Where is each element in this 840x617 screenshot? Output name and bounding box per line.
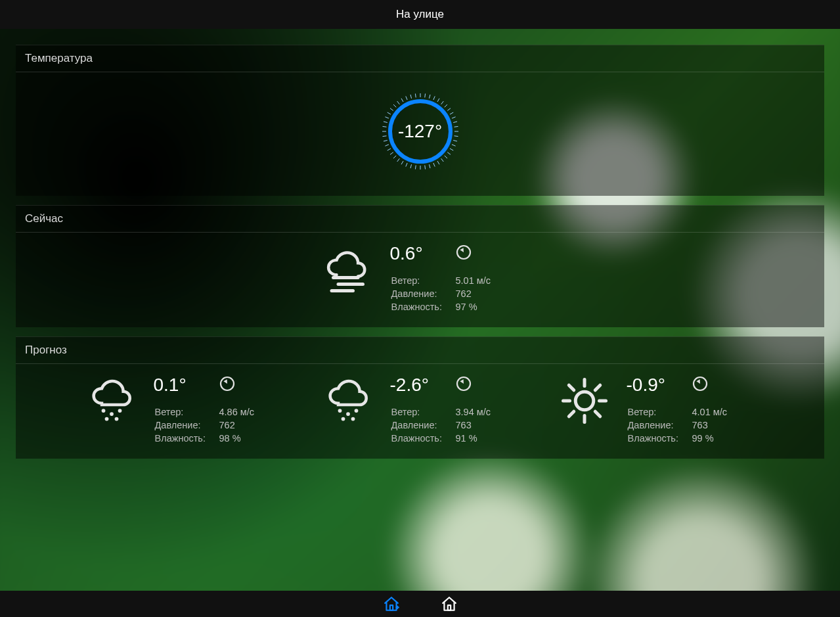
temperature-value: -127°	[381, 92, 460, 171]
compass-icon	[692, 376, 708, 394]
home-icon	[441, 595, 458, 612]
compass-icon	[456, 376, 472, 394]
forecast-humidity: 98 %	[219, 432, 255, 444]
compass-icon	[456, 244, 472, 263]
snow-icon	[85, 375, 138, 427]
forecast-temp: -2.6°	[390, 375, 436, 396]
forecast-wind: 4.86 м/с	[219, 406, 255, 418]
pressure-label: Давление:	[391, 288, 454, 300]
forecast-pressure: 763	[456, 419, 491, 431]
content-area: Температура -127° Сейчас	[0, 29, 840, 591]
pressure-label: Давление:	[628, 419, 691, 431]
forecast-card: Прогноз 0.1°Ветер:4.86 м/сДавление:762Вл…	[16, 336, 824, 459]
forecast-wind: 4.01 м/с	[692, 406, 728, 418]
forecast-details: Ветер:4.01 м/сДавление:763Влажность:99 %	[627, 405, 729, 446]
page-title: На улице	[396, 8, 444, 21]
temperature-card: Температура -127°	[16, 45, 824, 196]
now-pressure: 762	[456, 288, 491, 300]
forecast-temp: 0.1°	[154, 375, 200, 396]
now-details: Ветер:5.01 м/с Давление:762 Влажность:97…	[390, 273, 493, 314]
humidity-label: Влажность:	[155, 432, 218, 444]
snow-icon	[322, 375, 374, 427]
forecast-details: Ветер:3.94 м/сДавление:763Влажность:91 %	[390, 405, 493, 446]
forecast-block: 0.1°Ветер:4.86 м/сДавление:762Влажность:…	[85, 375, 282, 446]
pressure-label: Давление:	[391, 419, 454, 431]
now-weather-block: 0.6° Ветер:5.01 м/с Давление:762	[322, 243, 519, 314]
forecast-humidity: 91 %	[456, 432, 491, 444]
humidity-label: Влажность:	[628, 432, 691, 444]
forecast-pressure: 762	[219, 419, 255, 431]
nav-home-button[interactable]	[440, 595, 458, 613]
temperature-card-title: Температура	[16, 45, 824, 72]
wind-label: Ветер:	[628, 406, 691, 418]
wind-label: Ветер:	[155, 406, 218, 418]
now-temp: 0.6°	[390, 243, 436, 264]
wind-label: Ветер:	[391, 275, 454, 286]
now-wind: 5.01 м/с	[456, 275, 491, 286]
home-active-icon	[383, 595, 400, 612]
sun-icon	[558, 375, 611, 427]
forecast-wind: 3.94 м/с	[456, 406, 491, 418]
forecast-humidity: 99 %	[692, 432, 728, 444]
wind-label: Ветер:	[391, 406, 454, 418]
page-header: На улице	[0, 0, 840, 29]
now-card-title: Сейчас	[16, 205, 824, 233]
nav-home-active-button[interactable]	[382, 595, 401, 613]
pressure-label: Давление:	[155, 419, 218, 431]
forecast-pressure: 763	[692, 419, 728, 431]
svg-rect-56	[389, 605, 392, 610]
now-humidity: 97 %	[456, 301, 491, 313]
fog-icon	[322, 243, 374, 296]
humidity-label: Влажность:	[391, 301, 454, 313]
compass-icon	[219, 376, 235, 394]
forecast-card-title: Прогноз	[16, 336, 824, 364]
bottom-nav	[0, 591, 840, 617]
temperature-gauge: -127°	[381, 92, 460, 171]
now-card: Сейчас 0.6°	[16, 205, 824, 327]
forecast-block: -0.9°Ветер:4.01 м/сДавление:763Влажность…	[558, 375, 755, 446]
humidity-label: Влажность:	[391, 432, 454, 444]
forecast-details: Ветер:4.86 м/сДавление:762Влажность:98 %	[154, 405, 256, 446]
svg-rect-57	[447, 605, 450, 610]
forecast-temp: -0.9°	[627, 375, 673, 396]
forecast-block: -2.6°Ветер:3.94 м/сДавление:763Влажность…	[322, 375, 519, 446]
